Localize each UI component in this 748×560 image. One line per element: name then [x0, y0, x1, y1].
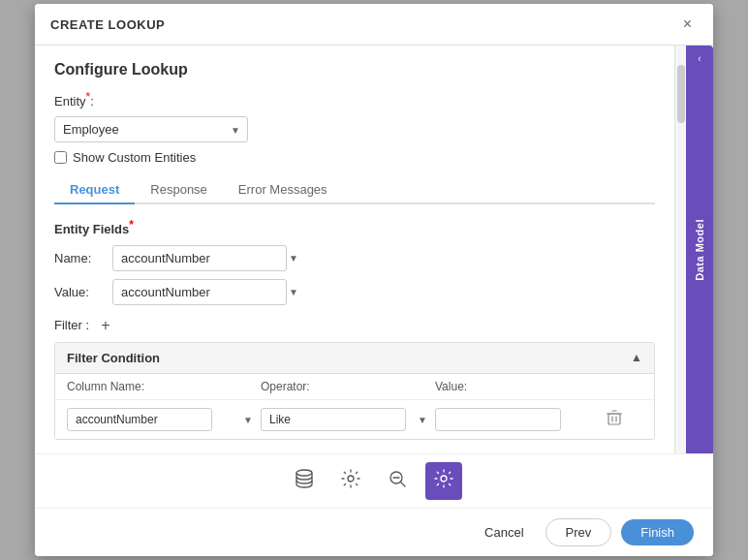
- filter-table-title: Filter Condition: [67, 351, 160, 365]
- finish-button[interactable]: Finish: [621, 519, 694, 545]
- scrollbar-thumb: [677, 65, 685, 123]
- name-select-wrap: accountNumber ▼: [112, 245, 306, 271]
- filter-operator-select-wrap: Like ▼: [261, 408, 435, 431]
- tab-response[interactable]: Response: [135, 176, 223, 204]
- filter-col-value: Value:: [435, 380, 590, 393]
- entity-field-row: Entity*:: [54, 90, 655, 109]
- filter-col-column-name: Column Name:: [67, 380, 261, 393]
- config-active-toolbar-button[interactable]: [425, 462, 462, 500]
- configure-lookup-title: Configure Lookup: [54, 61, 655, 78]
- close-button[interactable]: ×: [677, 14, 698, 35]
- show-custom-entities-label: Show Custom Entities: [73, 150, 196, 165]
- filter-col-actions: [590, 380, 639, 393]
- svg-point-6: [348, 476, 354, 482]
- filter-table: Filter Condition ▲ Column Name: Operator…: [54, 342, 655, 440]
- zoom-out-icon: [387, 468, 408, 489]
- cancel-button[interactable]: Cancel: [473, 519, 535, 545]
- modal-title: CREATE LOOKUP: [50, 17, 165, 32]
- database-toolbar-button[interactable]: [286, 462, 323, 500]
- filter-table-header: Filter Condition ▲: [55, 343, 654, 374]
- svg-line-8: [401, 482, 406, 487]
- scrollbar[interactable]: [674, 46, 686, 453]
- modal-overlay: CREATE LOOKUP × Configure Lookup Entity*…: [0, 0, 748, 560]
- sidebar-arrow-icon: ‹: [698, 53, 701, 64]
- modal-actions: Cancel Prev Finish: [35, 508, 713, 556]
- filter-operator-arrow-icon: ▼: [418, 414, 427, 424]
- main-content: Configure Lookup Entity*: Employee ▼: [35, 46, 674, 453]
- name-select[interactable]: accountNumber: [112, 245, 287, 271]
- show-custom-entities-row: Show Custom Entities: [54, 150, 655, 165]
- filter-operator-select[interactable]: Like: [261, 408, 406, 431]
- filter-collapse-button[interactable]: ▲: [631, 351, 642, 364]
- show-custom-entities-checkbox[interactable]: [54, 151, 67, 164]
- value-select[interactable]: accountNumber: [112, 279, 287, 305]
- tabs-bar: Request Response Error Messages: [54, 176, 655, 204]
- name-value-grid: Name: accountNumber ▼ Value: accountNumb…: [54, 245, 655, 305]
- footer-toolbar: [35, 453, 713, 508]
- add-filter-button[interactable]: +: [97, 317, 113, 334]
- svg-point-10: [441, 476, 447, 482]
- database-icon: [294, 468, 315, 489]
- filter-col-operator: Operator:: [261, 380, 435, 393]
- entity-dropdown-row: Employee ▼: [54, 116, 655, 142]
- prev-button[interactable]: Prev: [545, 518, 612, 546]
- value-label: Value:: [54, 285, 112, 299]
- name-label: Name:: [54, 251, 112, 265]
- data-model-sidebar-tab[interactable]: ‹ Data Model: [686, 46, 713, 453]
- filter-delete-button[interactable]: [590, 409, 639, 430]
- filter-column-select[interactable]: accountNumber: [67, 408, 212, 431]
- gear-icon: [340, 468, 361, 489]
- modal-header: CREATE LOOKUP ×: [35, 4, 713, 46]
- trash-icon: [606, 409, 623, 426]
- filter-column-arrow-icon: ▼: [243, 414, 253, 424]
- entity-fields-label: Entity Fields*: [54, 218, 655, 236]
- tab-error-messages[interactable]: Error Messages: [223, 176, 343, 204]
- name-select-arrow-icon: ▼: [289, 253, 298, 264]
- modal-body: Configure Lookup Entity*: Employee ▼: [35, 46, 713, 453]
- sidebar-tab-label: Data Model: [694, 219, 705, 281]
- entity-fields-section: Entity Fields* Name: accountNumber ▼ Val…: [54, 218, 655, 304]
- entity-select[interactable]: Employee: [54, 116, 248, 142]
- filter-row: Filter : +: [54, 317, 655, 334]
- zoom-out-toolbar-button[interactable]: [379, 462, 416, 500]
- filter-label: Filter :: [54, 318, 89, 332]
- filter-data-row: accountNumber ▼ Like ▼: [55, 400, 654, 439]
- value-select-wrap: accountNumber ▼: [112, 279, 306, 305]
- config-active-icon: [433, 468, 454, 489]
- filter-value-input[interactable]: [435, 408, 561, 431]
- filter-columns-header: Column Name: Operator: Value:: [55, 374, 654, 400]
- filter-column-select-wrap: accountNumber ▼: [67, 408, 261, 431]
- value-select-arrow-icon: ▼: [289, 287, 298, 297]
- entity-select-wrap: Employee ▼: [54, 116, 248, 142]
- settings-toolbar-button[interactable]: [332, 462, 369, 500]
- svg-point-5: [296, 470, 312, 476]
- create-lookup-modal: CREATE LOOKUP × Configure Lookup Entity*…: [35, 4, 713, 556]
- tab-request[interactable]: Request: [54, 176, 135, 204]
- entity-fields-required-star: *: [129, 218, 134, 232]
- entity-label: Entity*:: [54, 90, 94, 109]
- svg-rect-0: [608, 414, 620, 424]
- entity-required-star: *: [86, 90, 91, 104]
